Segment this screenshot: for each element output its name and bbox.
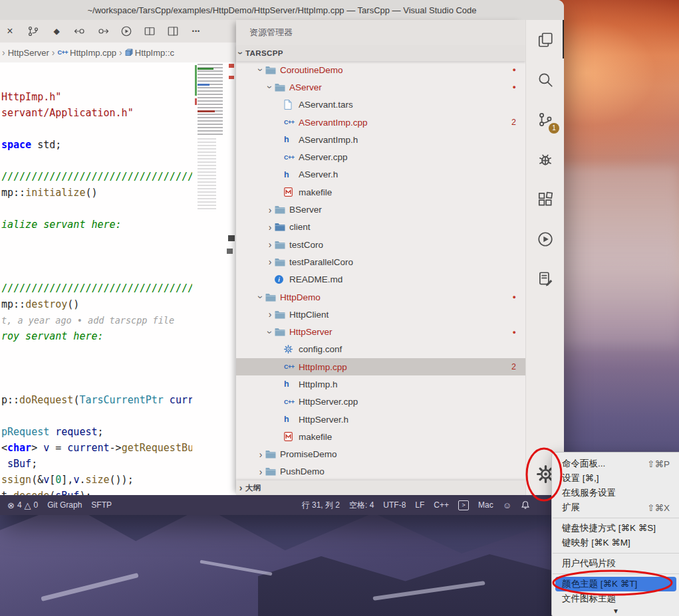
activity-run-icon[interactable] — [526, 219, 564, 259]
folder-icon — [265, 467, 279, 476]
code-line: mp::initialize() — [1, 185, 192, 201]
tree-file-HttpImp.h[interactable]: hHttpImp.h — [236, 375, 525, 393]
split-editor-icon[interactable] — [167, 25, 179, 37]
status-language-mode[interactable]: C++ — [429, 495, 454, 515]
chevron-right-icon: › — [52, 47, 55, 58]
status-problems[interactable]: ⊗4△0 — [3, 495, 43, 515]
tree-folder-PromiseDemo[interactable]: ›PromiseDemo — [236, 446, 525, 463]
menu-item-keymaps[interactable]: 键映射 [⌘K ⌘M] — [555, 536, 676, 550]
tree-folder-HttpServer[interactable]: ›HttpServer● — [236, 323, 525, 340]
code-line: p::doRequest(TarsCurrentPtr curr — [1, 392, 192, 408]
tree-folder-HttpDemo[interactable]: ›HttpDemo● — [236, 288, 525, 306]
folder-icon — [275, 328, 288, 336]
tree-file-HttpServer.cpp[interactable]: C++HttpServer.cpp — [236, 393, 525, 411]
tree-folder-CoroutineDemo[interactable]: ›CoroutineDemo● — [236, 61, 525, 78]
status-notifications[interactable] — [516, 495, 535, 515]
tree-item-label: CoroutineDemo — [280, 65, 343, 75]
overview-ruler — [227, 62, 236, 495]
menu-scroll-down-indicator[interactable]: ▼ — [552, 606, 679, 616]
code-line: ssign(&v[0],v.size()); — [1, 472, 192, 488]
tree-item-label: makefile — [299, 432, 332, 442]
activity-search-icon[interactable] — [526, 60, 564, 100]
tree-item-label: BServer — [289, 205, 322, 215]
gitlens-icon[interactable]: ◆ — [51, 25, 63, 37]
activity-run-and-debug-icon[interactable] — [526, 140, 564, 179]
tree-file-HttpImp.cpp[interactable]: C++HttpImp.cpp2 — [236, 358, 525, 375]
breadcrumb[interactable]: ›HttpServer›C++HttpImp.cpp›HttpImp::c — [0, 43, 236, 62]
breadcrumb-item[interactable]: HttpImp.cpp — [70, 48, 116, 58]
folder-icon — [275, 258, 288, 266]
status-terminal[interactable]: > — [454, 495, 474, 515]
status-indentation[interactable]: 空格: 4 — [344, 495, 378, 515]
menu-item-color-theme[interactable]: 颜色主题 [⌘K ⌘T] — [555, 577, 676, 591]
tree-folder-PushDemo[interactable]: ›PushDemo — [236, 463, 525, 480]
outline-label: 大纲 — [245, 483, 261, 493]
minimap-added-mark — [195, 65, 197, 96]
previous-change-icon[interactable] — [74, 25, 86, 37]
tree-folder-AServer[interactable]: ›AServer● — [236, 78, 525, 96]
tree-file-AServant.tars[interactable]: AServant.tars — [236, 96, 525, 114]
status-bar: ⊗4△0Git GraphSFTP 行 31, 列 2空格: 4UTF-8LFC… — [0, 495, 564, 515]
code-line — [1, 121, 192, 137]
tree-file-AServer.cpp[interactable]: C++AServer.cpp — [236, 148, 525, 165]
info-icon: i — [275, 275, 288, 284]
compare-changes-icon[interactable] — [27, 25, 39, 37]
status-encoding[interactable]: UTF-8 — [378, 495, 410, 515]
chevron-down-icon: › — [265, 328, 275, 337]
tree-file-AServer.h[interactable]: hAServer.h — [236, 166, 525, 183]
run-file-icon[interactable] — [120, 25, 132, 37]
minimap[interactable] — [195, 64, 225, 283]
status-remote[interactable]: Mac — [474, 495, 498, 515]
tree-file-AServantImp.cpp[interactable]: C++AServantImp.cpp2 — [236, 114, 525, 131]
code-line — [1, 408, 192, 424]
open-preview-icon[interactable] — [144, 25, 156, 37]
code-editor[interactable]: HttpImp.h"servant/Application.h"space st… — [0, 62, 236, 495]
chevron-right-icon: › — [2, 47, 5, 58]
status-feedback[interactable]: ☺ — [498, 495, 516, 515]
tree-file-README.md[interactable]: iREADME.md — [236, 271, 525, 288]
chevron-right-icon: › — [256, 466, 265, 477]
breadcrumb-item[interactable]: HttpServer — [8, 48, 49, 58]
status-git-graph[interactable]: Git Graph — [43, 495, 86, 515]
problems-count-badge: 2 — [511, 362, 516, 371]
breadcrumb-item[interactable]: HttpImp::c — [135, 48, 174, 58]
menu-item-keyboard-shortcuts[interactable]: 键盘快捷方式 [⌘K ⌘S] — [555, 521, 676, 536]
tree-item-label: testCoro — [289, 240, 323, 250]
tree-file-makefile[interactable]: makefile — [236, 428, 525, 445]
tree-file-config.conf[interactable]: config.conf — [236, 341, 525, 358]
tree-folder-client[interactable]: ›client — [236, 219, 525, 236]
code-line: //////////////////////////////////////// — [1, 169, 192, 185]
menu-item-user-snippets[interactable]: 用户代码片段 — [555, 556, 676, 571]
folder-icon — [275, 83, 288, 92]
minimap-modified-mark — [195, 98, 197, 105]
tree-item-label: HttpServer.cpp — [299, 397, 358, 407]
menu-item-file-icon-theme[interactable]: 文件图标主题 — [555, 591, 676, 606]
activity-explorer-icon[interactable] — [526, 20, 564, 60]
more-actions-icon[interactable]: ••• — [190, 25, 202, 37]
menu-item-online-services[interactable]: 在线服务设置 — [555, 486, 676, 500]
tree-file-HttpServer.h[interactable]: hHttpServer.h — [236, 411, 525, 428]
section-header-outline[interactable]: › 大纲 — [236, 480, 525, 495]
tree-folder-HttpClient[interactable]: ›HttpClient — [236, 306, 525, 323]
tree-file-makefile[interactable]: makefile — [236, 183, 525, 201]
menu-item-command-palette[interactable]: 命令面板...⇧⌘P — [555, 457, 676, 471]
tree-folder-testParallelCoro[interactable]: ›testParallelCoro — [236, 253, 525, 270]
activity-source-control-icon[interactable]: 1 — [526, 100, 564, 140]
close-icon[interactable]: × — [4, 25, 16, 37]
tree-folder-BServer[interactable]: ›BServer — [236, 201, 525, 218]
tree-folder-testCoro[interactable]: ›testCoro — [236, 236, 525, 253]
menu-separator — [553, 518, 679, 518]
activity-docs-icon[interactable] — [526, 259, 564, 299]
status-eol[interactable]: LF — [410, 495, 429, 515]
next-change-icon[interactable] — [97, 25, 109, 37]
status-sftp[interactable]: SFTP — [86, 495, 116, 515]
minimap-accent — [198, 110, 215, 112]
section-header-tarscpp[interactable]: › TARSCPP — [236, 45, 525, 61]
menu-item-extensions[interactable]: 扩展⇧⌘X — [555, 500, 676, 515]
status-cursor-position[interactable]: 行 31, 列 2 — [297, 495, 344, 515]
activity-extensions-icon[interactable] — [526, 179, 564, 219]
tree-file-AServantImp.h[interactable]: hAServantImp.h — [236, 131, 525, 148]
tree-item-label: AServant.tars — [299, 100, 353, 110]
menu-item-settings[interactable]: 设置 [⌘,] — [555, 471, 676, 486]
settings-context-menu: 命令面板...⇧⌘P设置 [⌘,]在线服务设置扩展⇧⌘X键盘快捷方式 [⌘K ⌘… — [551, 452, 679, 616]
